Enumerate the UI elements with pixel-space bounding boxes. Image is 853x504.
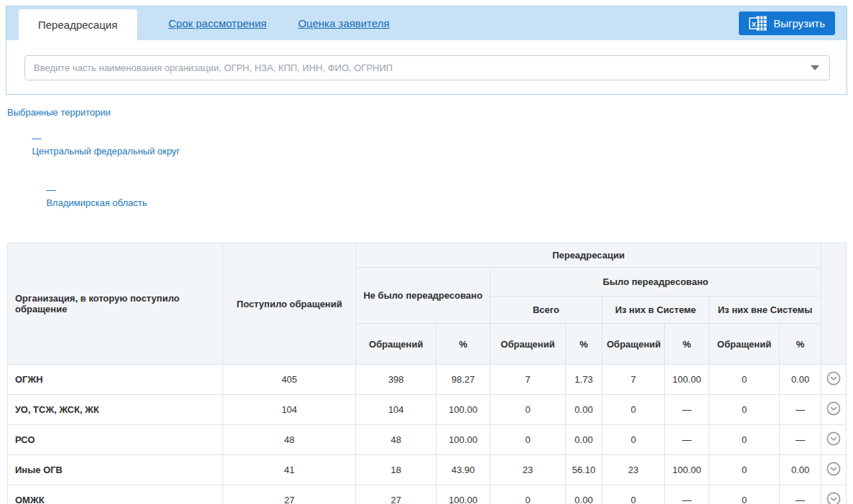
- expand-row-cell: [821, 365, 847, 395]
- excel-icon: x: [749, 16, 767, 31]
- value-cell: 0.00: [566, 395, 602, 425]
- value-cell: —: [780, 485, 821, 504]
- expand-row-cell: [821, 485, 847, 504]
- value-cell: 100.00: [665, 365, 709, 395]
- header-percent: %: [437, 324, 490, 365]
- header-total: Всего: [490, 297, 602, 324]
- expand-row-cell: [821, 425, 847, 455]
- header-percent: %: [665, 324, 709, 365]
- territory-link-federal-district[interactable]: Центральный федеральный округ: [32, 146, 180, 157]
- search-area: [6, 40, 847, 94]
- value-cell: 0: [490, 485, 566, 504]
- chevron-down-icon[interactable]: [826, 370, 842, 386]
- value-cell: 27: [356, 485, 437, 504]
- value-cell: 100.00: [437, 395, 490, 425]
- tab-redirection[interactable]: Переадресация: [19, 9, 137, 40]
- export-button-label: Выгрузить: [773, 17, 825, 29]
- table-row: УО, ТСЖ, ЖСК, ЖК104104100.0000.000—0—: [8, 395, 847, 425]
- value-cell: 0: [490, 395, 566, 425]
- chevron-down-icon[interactable]: [826, 461, 842, 477]
- value-cell: 0: [709, 485, 780, 504]
- org-name-cell: ОМЖК: [8, 485, 223, 504]
- received-count-cell: 405: [223, 365, 356, 395]
- received-count-cell: 48: [223, 425, 356, 455]
- value-cell: —: [780, 395, 821, 425]
- territory-link-region[interactable]: Владимирская область: [46, 197, 146, 208]
- received-count-cell: 104: [223, 395, 356, 425]
- value-cell: 43.90: [437, 455, 490, 485]
- header-received: Поступило обращений: [223, 243, 356, 365]
- value-cell: —: [665, 395, 709, 425]
- export-button[interactable]: x Выгрузить: [739, 11, 835, 35]
- tab-review-period[interactable]: Срок рассмотрения: [169, 17, 267, 29]
- table-row: Иные ОГВ411843.902356.1023100.0000.00: [8, 455, 847, 485]
- table-header: Организация, в которую поступило обращен…: [8, 243, 847, 365]
- header-redirected: Было переадресовано: [490, 268, 821, 297]
- value-cell: 0: [602, 395, 665, 425]
- territory-dash: —: [46, 185, 55, 195]
- value-cell: 18: [356, 455, 437, 485]
- chevron-down-icon[interactable]: [826, 401, 842, 416]
- organization-search-input[interactable]: [24, 55, 830, 80]
- value-cell: 23: [602, 455, 665, 485]
- value-cell: 100.00: [437, 425, 490, 455]
- expand-row-cell: [821, 455, 847, 485]
- redirections-table: Организация, в которую поступило обращен…: [7, 243, 847, 504]
- value-cell: —: [665, 485, 709, 504]
- territory-dash: —: [32, 133, 41, 144]
- received-count-cell: 41: [223, 455, 356, 485]
- value-cell: 0: [709, 395, 780, 425]
- report-panel: Переадресация Срок рассмотрения Оценка з…: [6, 6, 847, 95]
- chevron-down-icon[interactable]: [826, 491, 842, 504]
- tab-bar: Переадресация Срок рассмотрения Оценка з…: [6, 6, 847, 40]
- header-out-system: Из них вне Системы: [709, 297, 821, 324]
- header-organization: Организация, в которую поступило обращен…: [8, 243, 223, 365]
- value-cell: 0.00: [780, 455, 821, 485]
- table-row: ОГЖН40539898.2771.737100.0000.00: [8, 365, 847, 395]
- value-cell: 0: [709, 365, 780, 395]
- table-body: ОГЖН40539898.2771.737100.0000.00УО, ТСЖ,…: [8, 365, 847, 504]
- value-cell: 0.00: [566, 425, 602, 455]
- table-row: РСО4848100.0000.000—0—: [8, 425, 847, 455]
- value-cell: 0: [709, 425, 780, 455]
- value-cell: 0.00: [566, 485, 602, 504]
- header-appeals: Обращений: [709, 324, 780, 365]
- header-appeals: Обращений: [490, 324, 566, 365]
- value-cell: 48: [356, 425, 437, 455]
- value-cell: 0: [602, 425, 665, 455]
- tab-redirection-label: Переадресация: [38, 19, 118, 31]
- value-cell: 0.00: [780, 365, 821, 395]
- value-cell: 100.00: [665, 455, 709, 485]
- selected-territories: Выбранные территории — Центральный федер…: [7, 106, 853, 223]
- value-cell: 7: [490, 365, 566, 395]
- header-appeals: Обращений: [356, 324, 437, 365]
- value-cell: —: [780, 425, 821, 455]
- value-cell: 100.00: [437, 485, 490, 504]
- chevron-down-icon[interactable]: [826, 431, 842, 447]
- value-cell: 0: [709, 455, 780, 485]
- org-name-cell: УО, ТСЖ, ЖСК, ЖК: [8, 395, 223, 425]
- value-cell: 1.73: [566, 365, 602, 395]
- org-name-cell: РСО: [8, 425, 223, 455]
- org-name-cell: ОГЖН: [8, 365, 223, 395]
- header-in-system: Из них в Системе: [602, 297, 709, 324]
- header-percent: %: [566, 324, 602, 365]
- value-cell: 0: [602, 485, 665, 504]
- table-row: ОМЖК2727100.0000.000—0—: [8, 485, 847, 504]
- value-cell: 398: [356, 365, 437, 395]
- tab-applicant-rating[interactable]: Оценка заявителя: [298, 17, 389, 29]
- header-appeals: Обращений: [602, 324, 665, 365]
- selected-territories-title[interactable]: Выбранные территории: [7, 107, 111, 118]
- header-actions-spacer: [821, 243, 847, 365]
- value-cell: 0: [490, 425, 566, 455]
- value-cell: 7: [602, 365, 665, 395]
- header-percent: %: [780, 324, 821, 365]
- svg-text:x: x: [752, 19, 756, 28]
- header-redirections: Переадресации: [356, 243, 821, 268]
- org-name-cell: Иные ОГВ: [8, 455, 223, 485]
- value-cell: 23: [490, 455, 566, 485]
- expand-row-cell: [821, 395, 847, 425]
- dropdown-caret-icon[interactable]: [811, 65, 819, 70]
- header-not-redirected: Не было переадресовано: [356, 268, 490, 324]
- value-cell: 98.27: [437, 365, 490, 395]
